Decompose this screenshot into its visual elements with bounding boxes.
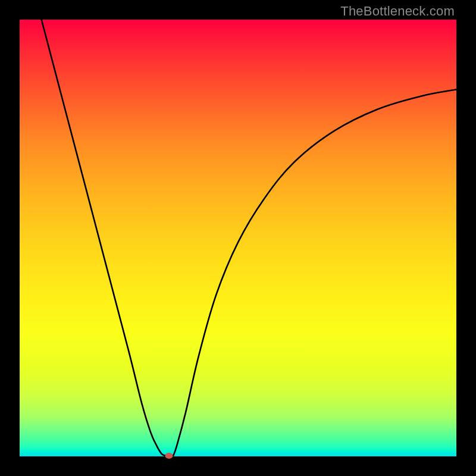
chart-frame: TheBottleneck.com [0,0,476,476]
bottleneck-curve [20,20,456,456]
watermark-text: TheBottleneck.com [340,4,455,19]
plot-area [20,20,456,456]
optimum-marker [165,453,173,459]
curve-path [42,20,456,456]
